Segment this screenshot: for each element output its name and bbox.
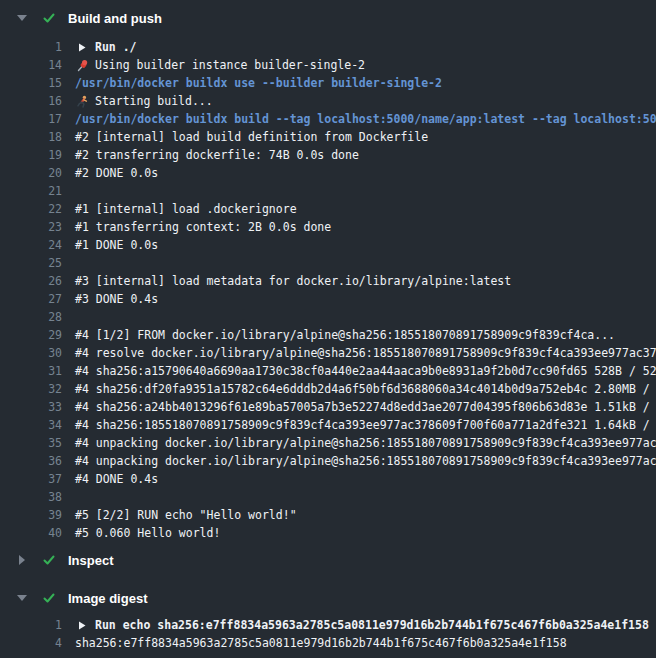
line-number[interactable]: 34: [0, 416, 62, 434]
log-text-value: #4 unpacking docker.io/library/alpine@sh…: [75, 452, 656, 470]
log-line: 21: [0, 182, 656, 200]
line-number[interactable]: 26: [0, 272, 62, 290]
pushpin-icon: [75, 58, 89, 72]
log-text-value: #4 [1/2] FROM docker.io/library/alpine@s…: [75, 326, 615, 344]
log-text-value: #2 [internal] load build definition from…: [75, 128, 428, 146]
log-text-value: #4 sha256:a24bb4013296f61e89ba57005a7b3e…: [75, 398, 656, 416]
log-text-value: #3 DONE 0.4s: [75, 290, 158, 308]
section-header-build-and-push[interactable]: Build and push: [0, 8, 656, 28]
log-text: #2 DONE 0.0s: [75, 164, 158, 182]
log-line: 20#2 DONE 0.0s: [0, 164, 656, 182]
line-number[interactable]: 18: [0, 128, 62, 146]
line-number[interactable]: 36: [0, 452, 62, 470]
log-text: #5 0.060 Hello world!: [75, 524, 220, 542]
log-text-value: #4 unpacking docker.io/library/alpine@sh…: [75, 434, 656, 452]
log-text: #2 [internal] load build definition from…: [75, 128, 428, 146]
line-number[interactable]: 16: [0, 92, 62, 110]
line-number[interactable]: 4: [0, 634, 62, 652]
log-text-value: Run ./: [95, 38, 137, 56]
log-lines-build-and-push: 1Run ./14Using builder instance builder-…: [0, 38, 656, 542]
log-text-value: #4 sha256:185518070891758909c9f839cf4ca3…: [75, 416, 656, 434]
log-line: 23#1 transferring context: 2B 0.0s done: [0, 218, 656, 236]
line-number[interactable]: 38: [0, 488, 62, 506]
chevron-right-icon[interactable]: [16, 554, 28, 566]
line-number[interactable]: 32: [0, 380, 62, 398]
line-number[interactable]: 31: [0, 362, 62, 380]
log-text: #4 sha256:a24bb4013296f61e89ba57005a7b3e…: [75, 398, 656, 416]
log-text: Using builder instance builder-single-2: [75, 56, 365, 74]
log-line: 4sha256:e7ff8834a5963a2785c5a0811e979d16…: [0, 634, 656, 652]
log-text: /usr/bin/docker buildx use --builder bui…: [75, 74, 442, 92]
line-number[interactable]: 37: [0, 470, 62, 488]
runner-icon: [75, 94, 89, 108]
check-icon: [42, 591, 56, 605]
line-number[interactable]: 30: [0, 344, 62, 362]
log-text: Run echo sha256:e7ff8834a5963a2785c5a081…: [75, 616, 649, 634]
log-line: 19#2 transferring dockerfile: 74B 0.0s d…: [0, 146, 656, 164]
line-number[interactable]: 40: [0, 524, 62, 542]
line-number[interactable]: 33: [0, 398, 62, 416]
line-number[interactable]: 39: [0, 506, 62, 524]
section-header-image-digest[interactable]: Image digest: [0, 588, 656, 608]
line-number[interactable]: 23: [0, 218, 62, 236]
line-number[interactable]: 15: [0, 74, 62, 92]
line-number[interactable]: 17: [0, 110, 62, 128]
line-number[interactable]: 27: [0, 290, 62, 308]
chevron-down-icon[interactable]: [16, 592, 28, 604]
line-number[interactable]: 25: [0, 254, 62, 272]
log-text: #4 unpacking docker.io/library/alpine@sh…: [75, 434, 656, 452]
line-number[interactable]: 20: [0, 164, 62, 182]
log-line: 24#1 DONE 0.0s: [0, 236, 656, 254]
log-text-value: #3 [internal] load metadata for docker.i…: [75, 272, 511, 290]
log-line: 15/usr/bin/docker buildx use --builder b…: [0, 74, 656, 92]
log-text-value: #1 DONE 0.0s: [75, 236, 158, 254]
line-number[interactable]: 29: [0, 326, 62, 344]
log-text-value: #2 DONE 0.0s: [75, 164, 158, 182]
line-number[interactable]: 21: [0, 182, 62, 200]
line-number[interactable]: 22: [0, 200, 62, 218]
log-line: 26#3 [internal] load metadata for docker…: [0, 272, 656, 290]
line-number[interactable]: 1: [0, 616, 62, 634]
log-text-value: /usr/bin/docker buildx build --tag local…: [75, 110, 656, 128]
log-text: #5 [2/2] RUN echo "Hello world!": [75, 506, 297, 524]
line-number[interactable]: 24: [0, 236, 62, 254]
line-number[interactable]: 14: [0, 56, 62, 74]
log-line: 33#4 sha256:a24bb4013296f61e89ba57005a7b…: [0, 398, 656, 416]
log-text-value: #4 sha256:a15790640a6690aa1730c38cf0a440…: [75, 362, 656, 380]
log-line: 1Run echo sha256:e7ff8834a5963a2785c5a08…: [0, 616, 656, 634]
line-number[interactable]: 28: [0, 308, 62, 326]
check-icon: [42, 553, 56, 567]
expand-run-icon[interactable]: [75, 40, 89, 54]
line-number[interactable]: 19: [0, 146, 62, 164]
log-line: 17/usr/bin/docker buildx build --tag loc…: [0, 110, 656, 128]
line-number[interactable]: 35: [0, 434, 62, 452]
log-text-value: #2 transferring dockerfile: 74B 0.0s don…: [75, 146, 359, 164]
log-text-value: sha256:e7ff8834a5963a2785c5a0811e979d16b…: [75, 634, 567, 652]
log-text: #4 DONE 0.4s: [75, 470, 158, 488]
log-text-value: #5 [2/2] RUN echo "Hello world!": [75, 506, 297, 524]
log-text-value: #1 transferring context: 2B 0.0s done: [75, 218, 331, 236]
log-line: 40#5 0.060 Hello world!: [0, 524, 656, 542]
log-text: #1 transferring context: 2B 0.0s done: [75, 218, 331, 236]
log-line: 37#4 DONE 0.4s: [0, 470, 656, 488]
log-line: 22#1 [internal] load .dockerignore: [0, 200, 656, 218]
log-line: 25: [0, 254, 656, 272]
log-line: 30#4 resolve docker.io/library/alpine@sh…: [0, 344, 656, 362]
log-lines-image-digest: 1Run echo sha256:e7ff8834a5963a2785c5a08…: [0, 616, 656, 652]
log-text: #3 DONE 0.4s: [75, 290, 158, 308]
log-line: 1Run ./: [0, 38, 656, 56]
log-text-value: #5 0.060 Hello world!: [75, 524, 220, 542]
expand-run-icon[interactable]: [75, 618, 89, 632]
line-number[interactable]: 1: [0, 38, 62, 56]
log-line: 28: [0, 308, 656, 326]
log-line: 32#4 sha256:df20fa9351a15782c64e6dddb2d4…: [0, 380, 656, 398]
chevron-down-icon[interactable]: [16, 12, 28, 24]
section-header-inspect[interactable]: Inspect: [0, 550, 656, 570]
log-line: 27#3 DONE 0.4s: [0, 290, 656, 308]
log-text-value: #4 sha256:df20fa9351a15782c64e6dddb2d4a6…: [75, 380, 656, 398]
log-text: #4 [1/2] FROM docker.io/library/alpine@s…: [75, 326, 615, 344]
log-line: 34#4 sha256:185518070891758909c9f839cf4c…: [0, 416, 656, 434]
log-text-value: #4 DONE 0.4s: [75, 470, 158, 488]
log-text: #1 DONE 0.0s: [75, 236, 158, 254]
log-text-value: Using builder instance builder-single-2: [95, 56, 365, 74]
